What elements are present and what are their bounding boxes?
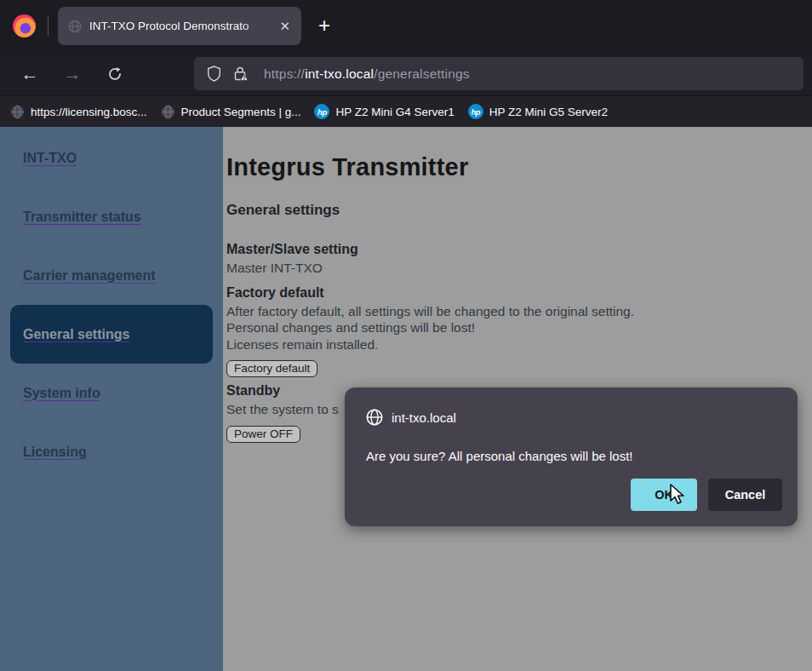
url-host: int-txo.local: [305, 66, 374, 81]
tab-title: INT-TXO Protocol Demonstrato: [89, 20, 277, 32]
tab-bar: INT-TXO Protocol Demonstrato ✕ +: [0, 0, 812, 51]
ok-button[interactable]: OK: [631, 479, 697, 511]
factory-default-line: Personal changes and settings will be lo…: [226, 319, 795, 336]
lock-warning-icon[interactable]: [232, 66, 249, 82]
factory-default-line: Licenses remain installed.: [226, 336, 795, 353]
reload-icon[interactable]: [102, 62, 128, 86]
new-tab-button[interactable]: +: [312, 13, 337, 38]
url-bar[interactable]: https://int-txo.local/generalsettings: [194, 57, 803, 90]
hp-logo-icon: hp: [314, 104, 329, 119]
bookmark-item[interactable]: hp HP Z2 Mini G4 Server1: [307, 101, 460, 122]
sidebar-link[interactable]: INT-TXO: [23, 151, 77, 166]
bookmark-item[interactable]: https://licensing.bosc...: [3, 102, 154, 122]
sidebar-item-general-settings[interactable]: General settings: [10, 305, 213, 364]
section-title: General settings: [226, 202, 795, 219]
sidebar: INT-TXO Transmitter status Carrier manag…: [0, 127, 223, 671]
master-slave-heading: Master/Slave setting: [226, 242, 795, 257]
sidebar-item-int-txo[interactable]: INT-TXO: [10, 129, 213, 187]
bookmarks-toolbar: https://licensing.bosc... Product Segmen…: [0, 96, 812, 127]
dialog-source: int-txo.local: [392, 410, 456, 425]
browser-tab[interactable]: INT-TXO Protocol Demonstrato ✕: [58, 7, 301, 45]
bookmark-item[interactable]: hp HP Z2 Mini G5 Server2: [461, 101, 615, 122]
globe-icon: [366, 409, 383, 426]
sidebar-link[interactable]: General settings: [23, 327, 129, 342]
sidebar-item-licensing[interactable]: Licensing: [10, 422, 213, 481]
sidebar-link[interactable]: System info: [23, 386, 100, 401]
confirm-dialog: int-txo.local Are you sure? All personal…: [345, 387, 798, 526]
sidebar-item-system-info[interactable]: System info: [10, 364, 213, 422]
hp-logo-icon: hp: [468, 104, 483, 119]
sidebar-item-transmitter-status[interactable]: Transmitter status: [10, 187, 213, 246]
bookmark-item[interactable]: Product Segments | g...: [154, 102, 308, 122]
tab-close-icon[interactable]: ✕: [277, 17, 293, 36]
firefox-icon[interactable]: [13, 14, 36, 37]
factory-default-button[interactable]: Factory default: [226, 360, 317, 377]
factory-default-line: After factory default, all settings will…: [226, 303, 795, 320]
power-off-button[interactable]: Power OFF: [226, 426, 300, 443]
sidebar-link[interactable]: Transmitter status: [23, 209, 141, 225]
factory-default-heading: Factory default: [226, 285, 795, 301]
url-path: /generalsettings: [374, 66, 470, 81]
forward-icon[interactable]: →: [60, 62, 85, 86]
globe-icon: [161, 105, 175, 119]
bookmark-label: HP Z2 Mini G4 Server1: [335, 106, 454, 118]
dialog-message: Are you sure? All personal changes will …: [366, 449, 782, 463]
page-title: Integrus Transmitter: [226, 153, 795, 181]
sidebar-link[interactable]: Licensing: [23, 444, 87, 460]
tab-favicon-globe-icon: [68, 20, 82, 33]
tab-separator: [48, 15, 49, 36]
shield-icon[interactable]: [207, 66, 221, 82]
cancel-button[interactable]: Cancel: [708, 479, 782, 511]
bookmark-label: https://licensing.bosc...: [31, 106, 147, 118]
sidebar-link[interactable]: Carrier management: [23, 268, 156, 284]
navigation-toolbar: ← → https://int-txo.local/generalsetting…: [0, 51, 812, 96]
url-scheme: https://: [264, 66, 305, 81]
master-slave-value: Master INT-TXO: [226, 260, 795, 277]
bookmark-label: HP Z2 Mini G5 Server2: [489, 106, 608, 118]
bookmark-label: Product Segments | g...: [181, 106, 301, 118]
globe-icon: [10, 105, 25, 119]
sidebar-item-carrier-management[interactable]: Carrier management: [10, 246, 213, 305]
back-icon[interactable]: ←: [17, 62, 43, 86]
